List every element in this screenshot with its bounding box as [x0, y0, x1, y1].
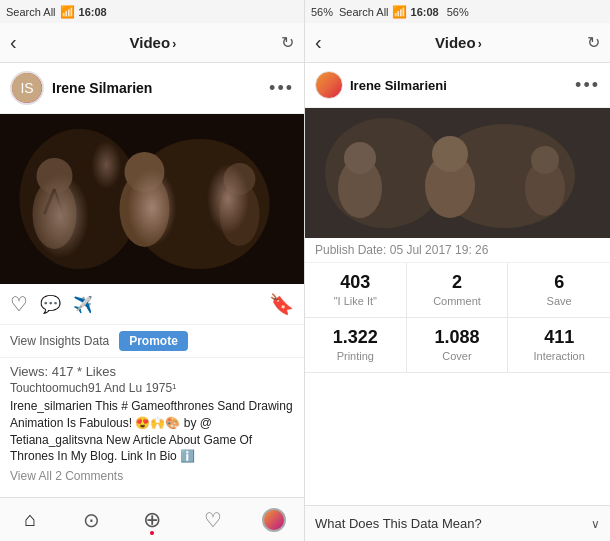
avatar-left: IS [10, 71, 44, 105]
question-text: What Does This Data Mean? [315, 516, 482, 531]
refresh-button-left[interactable]: ↻ [281, 33, 294, 52]
action-left-icons: ♡ 💬 ✈️ [10, 292, 93, 316]
share-icon[interactable]: ✈️ [73, 295, 93, 314]
stat-likes-value: 403 [340, 273, 370, 293]
stat-interaction-label: Interaction [533, 350, 584, 362]
comment-icon[interactable]: 💬 [40, 294, 61, 315]
stat-interaction-value: 411 [544, 328, 574, 348]
chevron-down-icon: ∨ [591, 517, 600, 531]
battery-right: 56% [447, 6, 469, 18]
more-menu-left[interactable]: ••• [269, 78, 294, 99]
svg-rect-21 [305, 108, 610, 238]
insights-text: View Insights Data [10, 334, 109, 348]
search-all-label-left: Search All [6, 6, 56, 18]
post-image-left [0, 114, 304, 284]
insights-bar: View Insights Data Promote [0, 325, 304, 358]
view-comments[interactable]: View All 2 Comments [10, 469, 294, 483]
panel-left: ‹ Video› ↻ IS Irene Silmarien ••• [0, 23, 305, 541]
stat-saves-value: 6 [554, 273, 564, 293]
profile-row-left: IS Irene Silmarien ••• [0, 63, 304, 114]
more-menu-right[interactable]: ••• [575, 75, 600, 96]
stat-cover: 1.088 Cover [407, 318, 509, 372]
bookmark-icon[interactable]: 🔖 [269, 292, 294, 316]
post-artwork-right [305, 108, 610, 238]
stat-comments-label: Comment [433, 295, 481, 307]
views-text: Views: 417 * Likes [10, 364, 116, 379]
stat-printing-value: 1.322 [333, 328, 378, 348]
profile-name-right[interactable]: Irene Silmarieni [350, 78, 575, 93]
profile-row-right: Irene Silmarieni ••• [305, 63, 610, 108]
stat-comments-value: 2 [452, 273, 462, 293]
art-figures-left [0, 114, 304, 284]
post-caption: Irene_silmarien This # Gameofthrones San… [10, 398, 294, 465]
nav-title-chevron-right: › [478, 37, 482, 51]
tab-profile[interactable] [243, 498, 304, 541]
tab-bar-left: ⌂ ⊙ ⊕ ♡ [0, 497, 304, 541]
avatar-inner-left: IS [12, 73, 42, 103]
refresh-button-right[interactable]: ↻ [587, 33, 600, 52]
post-meta: Views: 417 * Likes Touchtoomuch91 And Lu… [0, 358, 304, 487]
like-icon[interactable]: ♡ [10, 292, 28, 316]
stat-saves: 6 Save [508, 263, 610, 317]
nav-bar-right: ‹ Video› ↻ [305, 23, 610, 63]
nav-title-right: Video› [330, 34, 587, 51]
nav-title-chevron-left: › [172, 37, 176, 51]
stat-comments: 2 Comment [407, 263, 509, 317]
nav-bar-left: ‹ Video› ↻ [0, 23, 304, 63]
avatar-right [315, 71, 343, 99]
stat-likes: 403 "I Like It" [305, 263, 407, 317]
post-image-right [305, 108, 610, 238]
time-left: 16:08 [79, 6, 107, 18]
tagged-users: Touchtoomuch91 And Lu 1975¹ [10, 381, 294, 395]
publish-date-text: Publish Date: 05 Jul 2017 19: 26 [315, 243, 488, 257]
tab-add[interactable]: ⊕ [122, 498, 183, 541]
stats-grid-row2: 1.322 Printing 1.088 Cover 411 Interacti… [305, 318, 610, 373]
stats-grid-row1: 403 "I Like It" 2 Comment 6 Save [305, 263, 610, 318]
tab-search[interactable]: ⊙ [61, 498, 122, 541]
tab-dot [150, 531, 154, 535]
action-bar-left: ♡ 💬 ✈️ 🔖 [0, 284, 304, 325]
promote-button[interactable]: Promote [119, 331, 188, 351]
nav-title-left: Video› [25, 34, 281, 51]
stat-saves-label: Save [547, 295, 572, 307]
views-likes: Views: 417 * Likes [10, 364, 294, 379]
profile-avatar-tab [262, 508, 286, 532]
profile-name-left[interactable]: Irene Silmarien [52, 80, 269, 96]
stat-printing-label: Printing [337, 350, 374, 362]
stat-likes-label: "I Like It" [334, 295, 377, 307]
back-button-right[interactable]: ‹ [315, 31, 322, 54]
tab-likes[interactable]: ♡ [182, 498, 243, 541]
time-right: 16:08 [411, 6, 439, 18]
back-button-left[interactable]: ‹ [10, 31, 17, 54]
tab-home[interactable]: ⌂ [0, 498, 61, 541]
question-bar[interactable]: What Does This Data Mean? ∨ [305, 505, 610, 541]
status-bar: Search All 📶 16:08 56% Search All 📶 16:0… [0, 0, 610, 23]
status-bar-right: 56% Search All 📶 16:08 56% [305, 0, 610, 23]
stat-interaction: 411 Interaction [508, 318, 610, 372]
search-all-label-right: Search All [339, 6, 389, 18]
percent-right: 56% [311, 6, 333, 18]
stat-cover-label: Cover [442, 350, 471, 362]
status-bar-left: Search All 📶 16:08 [0, 0, 305, 23]
stat-printing: 1.322 Printing [305, 318, 407, 372]
panel-right: ‹ Video› ↻ Irene Silmarieni ••• [305, 23, 610, 541]
panels: ‹ Video› ↻ IS Irene Silmarien ••• [0, 23, 610, 541]
publish-bar: Publish Date: 05 Jul 2017 19: 26 [305, 238, 610, 263]
stat-cover-value: 1.088 [434, 328, 479, 348]
